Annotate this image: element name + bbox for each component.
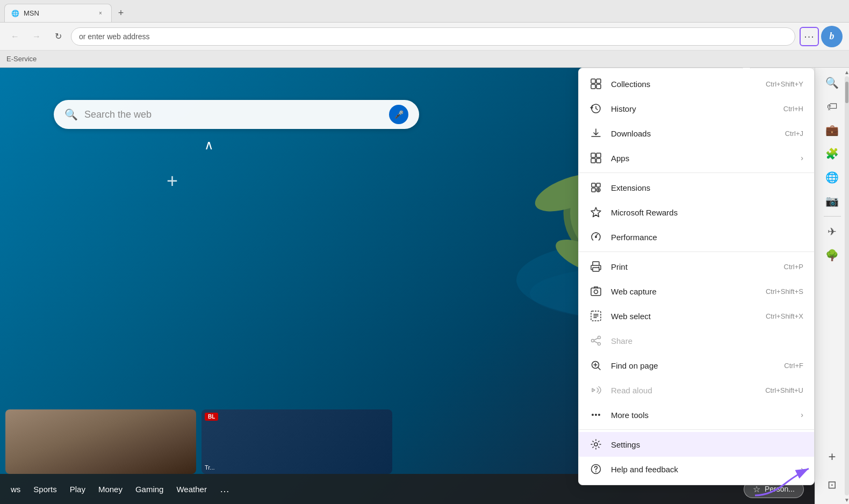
sidebar-scroll-thumb[interactable] (845, 82, 848, 103)
menu-item-print[interactable]: Print Ctrl+P (579, 254, 814, 279)
help-arrow-icon: › (801, 465, 803, 473)
rewards-label: Microsoft Rewards (611, 208, 803, 217)
personalize-label: Person... (765, 485, 795, 493)
settings-icon (589, 438, 602, 451)
svg-point-52 (595, 471, 596, 472)
print-label: Print (611, 262, 775, 271)
send-icon: ✈ (828, 225, 837, 238)
history-icon (589, 102, 602, 115)
tab-close-button[interactable]: × (96, 9, 105, 18)
sidebar-extensions-button[interactable]: 🧩 (822, 143, 843, 164)
svg-rect-28 (591, 159, 595, 163)
menu-item-find[interactable]: Find on page Ctrl+F (579, 353, 814, 378)
svg-rect-30 (592, 183, 595, 187)
ticker-more-button[interactable]: … (220, 484, 229, 495)
svg-point-42 (598, 336, 601, 339)
help-label: Help and feedback (611, 465, 792, 474)
webcapture-icon (589, 285, 602, 298)
sidebar-scroll-down[interactable]: ▼ (845, 495, 849, 504)
layout-icon: ⊡ (828, 478, 837, 491)
svg-rect-26 (591, 153, 595, 157)
ticker-item-play[interactable]: Play (70, 485, 85, 494)
news-card-hands[interactable] (5, 409, 196, 474)
back-button[interactable]: ← (6, 28, 24, 45)
sidebar-favorites-button[interactable]: 🏷 (822, 96, 843, 117)
menu-item-apps[interactable]: Apps › (579, 146, 814, 170)
url-bar[interactable]: or enter web address (71, 27, 795, 46)
apps-icon (589, 152, 602, 164)
sidebar-search-button[interactable]: 🔍 (822, 72, 843, 93)
apps-label: Apps (611, 154, 792, 163)
menu-item-performance[interactable]: Performance (579, 225, 814, 249)
ticker-item-ws[interactable]: ws (11, 485, 20, 494)
svg-marker-34 (591, 207, 601, 217)
svg-rect-21 (591, 79, 595, 83)
performance-icon (589, 231, 602, 243)
mic-icon: 🎤 (394, 110, 404, 119)
more-options-button[interactable]: ··· (800, 27, 819, 46)
forward-button[interactable]: → (28, 28, 45, 45)
ellipsis-icon: ··· (804, 30, 815, 42)
readaloud-icon (589, 384, 602, 397)
ticker-item-sports[interactable]: Sports (33, 485, 56, 494)
menu-item-settings[interactable]: Settings (579, 432, 814, 457)
active-tab[interactable]: 🌐 MSN × (4, 4, 112, 22)
tag-icon: 🏷 (827, 100, 838, 113)
sidebar-scroll-track[interactable] (845, 76, 849, 495)
search-bar-container: 🔍 Search the web 🎤 (54, 100, 419, 129)
menu-item-webcapture[interactable]: Web capture Ctrl+Shift+S (579, 279, 814, 304)
sidebar-camera-button[interactable]: 📷 (822, 190, 843, 212)
bing-icon: b (830, 31, 834, 42)
new-tab-button[interactable]: + (112, 4, 130, 22)
sidebar-globe-button[interactable]: 🌐 (822, 167, 843, 188)
ticker-item-weather[interactable]: Weather (176, 485, 206, 494)
menu-item-share: Share (579, 328, 814, 353)
camera-icon: 📷 (825, 195, 839, 207)
sidebar-scroll-up[interactable]: ▲ (845, 68, 849, 76)
toolbar-right: ··· b (800, 26, 843, 47)
sidebar-tree-button[interactable]: 🌳 (822, 244, 843, 266)
menu-item-help[interactable]: Help and feedback › (579, 457, 814, 481)
svg-point-40 (594, 290, 598, 294)
sidebar-add-button[interactable]: + (822, 446, 843, 467)
breadcrumb: E-Service (6, 55, 37, 63)
search-bar[interactable]: 🔍 Search the web 🎤 (54, 100, 419, 129)
collapse-arrow-button[interactable]: ∧ (204, 138, 214, 153)
menu-item-collections[interactable]: Collections Ctrl+Shift+Y (579, 71, 814, 96)
print-icon (589, 260, 602, 273)
sidebar-send-button[interactable]: ✈ (822, 221, 843, 242)
search-icon: 🔍 (825, 76, 839, 89)
news-card-title: Tr... (205, 464, 389, 471)
downloads-label: Downloads (611, 129, 776, 138)
svg-rect-31 (596, 183, 600, 187)
moretools-arrow-icon: › (801, 411, 803, 419)
svg-point-48 (598, 414, 600, 416)
menu-item-history[interactable]: History Ctrl+H (579, 96, 814, 121)
search-mic-button[interactable]: 🎤 (389, 105, 408, 124)
sidebar-tools-button[interactable]: 💼 (822, 119, 843, 141)
news-card-second[interactable]: BL Tr... (202, 409, 392, 474)
refresh-button[interactable]: ↻ (49, 28, 67, 45)
menu-item-moretools[interactable]: More tools › (579, 402, 814, 427)
webcapture-label: Web capture (611, 287, 757, 296)
tab-title: MSN (24, 9, 39, 17)
readaloud-shortcut: Ctrl+Shift+U (765, 386, 803, 394)
bing-button[interactable]: b (821, 26, 843, 47)
menu-divider-2 (579, 251, 814, 252)
menu-item-downloads[interactable]: Downloads Ctrl+J (579, 121, 814, 146)
menu-item-rewards[interactable]: Microsoft Rewards (579, 200, 814, 225)
ticker-item-gaming[interactable]: Gaming (135, 485, 164, 494)
menu-item-extensions[interactable]: Extensions (579, 175, 814, 200)
add-content-button[interactable]: + (167, 170, 178, 192)
menu-item-webselect[interactable]: Web select Ctrl+Shift+X (579, 304, 814, 328)
history-label: History (611, 104, 775, 113)
tree-icon: 🌳 (825, 249, 839, 262)
sidebar-layout-button[interactable]: ⊡ (822, 474, 843, 495)
svg-point-47 (595, 414, 597, 416)
moretools-icon (589, 408, 602, 421)
address-bar: ← → ↻ or enter web address ··· b (0, 23, 849, 51)
ticker-item-money[interactable]: Money (98, 485, 123, 494)
menu-divider-1 (579, 172, 814, 173)
menu-item-readaloud: Read aloud Ctrl+Shift+U (579, 378, 814, 402)
briefcase-icon: 💼 (825, 124, 839, 136)
